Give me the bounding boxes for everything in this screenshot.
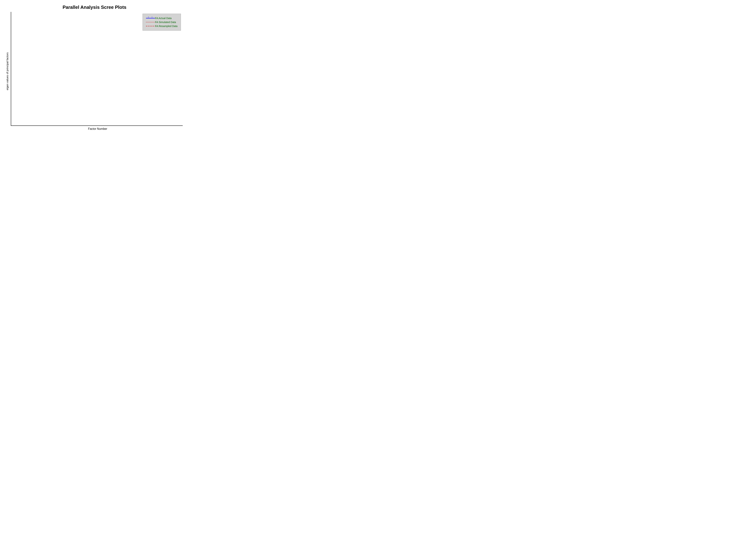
chart-area: -0.50.00.51.01.52.02.53.02468 × × FA Act… xyxy=(11,12,183,126)
legend-item-simulated: FA Simulated Data xyxy=(146,21,178,24)
svg-text:×: × xyxy=(151,17,153,18)
x-axis-label: Factor Number xyxy=(11,127,185,130)
svg-text:×: × xyxy=(148,17,149,18)
svg-text:3.0: 3.0 xyxy=(16,20,19,23)
svg-text:2.5: 2.5 xyxy=(16,34,19,36)
svg-text:6: 6 xyxy=(119,120,120,122)
legend-label-resampled: FA Resampled Data xyxy=(155,25,178,28)
svg-text:8: 8 xyxy=(159,120,160,122)
legend-line-actual: × × xyxy=(146,17,155,20)
legend-item-actual: × × FA Actual Data xyxy=(146,17,178,20)
svg-text:0.5: 0.5 xyxy=(16,89,19,92)
chart-title: Parallel Analysis Scree Plots xyxy=(63,5,127,10)
legend-line-resampled xyxy=(146,25,155,28)
chart-container: Parallel Analysis Scree Plots eigen valu… xyxy=(5,5,185,130)
svg-text:-0.5: -0.5 xyxy=(15,117,19,120)
svg-text:2: 2 xyxy=(40,120,42,122)
svg-text:1.5: 1.5 xyxy=(16,62,19,64)
svg-text:0.0: 0.0 xyxy=(16,103,19,106)
svg-text:4: 4 xyxy=(80,120,81,122)
svg-text:1.0: 1.0 xyxy=(16,75,19,78)
legend-label-actual: FA Actual Data xyxy=(155,17,172,20)
legend-line-simulated xyxy=(146,21,155,24)
legend: × × FA Actual Data FA Simulated Data xyxy=(143,14,181,31)
legend-item-resampled: FA Resampled Data xyxy=(146,25,178,28)
legend-label-simulated: FA Simulated Data xyxy=(155,21,176,24)
svg-text:2.0: 2.0 xyxy=(16,48,19,50)
chart-area-wrapper: -0.50.00.51.01.52.02.53.02468 × × FA Act… xyxy=(11,12,185,130)
chart-body: eigen values of principal factors -0.50.… xyxy=(5,12,185,130)
y-axis-label: eigen values of principal factors xyxy=(5,12,10,130)
